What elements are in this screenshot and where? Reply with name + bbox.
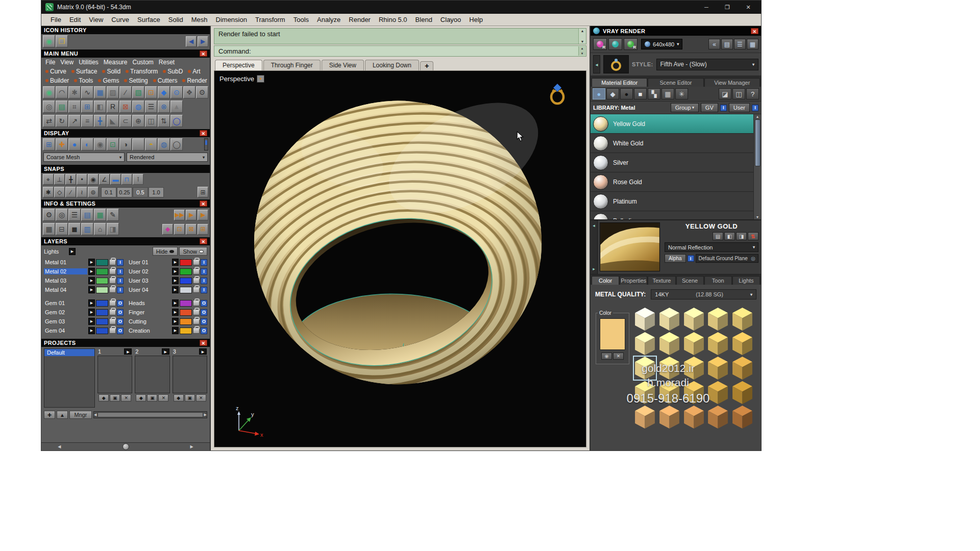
snap-increment-0-5[interactable]: 0.5 xyxy=(133,187,148,197)
project-apply-button[interactable]: ◆ xyxy=(136,394,146,402)
snap-settings-icon[interactable]: ⊞ xyxy=(198,187,208,197)
lights-expand-icon[interactable]: ▶ xyxy=(69,248,76,255)
layer-row-gem-02[interactable]: Gem 02 ▶ O xyxy=(44,308,124,316)
layer-row-user-01[interactable]: User 01 ▶ I xyxy=(128,258,207,266)
gem-report-icon[interactable]: ◆ xyxy=(162,224,173,235)
layer-current-button[interactable]: O xyxy=(117,300,124,307)
solid-box-icon[interactable]: ◼ xyxy=(68,223,81,235)
layer-lock-icon[interactable] xyxy=(193,328,200,334)
pipe-tool-icon[interactable]: ⊗ xyxy=(158,101,170,113)
move-tool-icon[interactable]: ╋ xyxy=(94,115,106,127)
layer-row-user-03[interactable]: User 03 ▶ I xyxy=(128,277,207,285)
layer-current-button[interactable]: I xyxy=(117,287,124,293)
layer-expand-icon[interactable]: ▶ xyxy=(172,268,179,275)
snap-vertex-icon[interactable]: ◇ xyxy=(54,187,65,197)
add-view-icon[interactable]: ✚ xyxy=(56,138,68,151)
layer-row-metal-01[interactable]: Metal 01 ▶ I xyxy=(44,258,124,266)
planar-toggle-icon[interactable]: ▬ xyxy=(110,174,121,185)
rows-icon[interactable]: ▥ xyxy=(81,223,93,235)
reflection-dropdown[interactable]: Normal Reflection▾ xyxy=(665,242,758,252)
menu-analyze[interactable]: Analyze xyxy=(313,15,345,24)
projects-scrollbar[interactable]: ◀▶ xyxy=(93,411,207,418)
alpha-button[interactable]: Alpha xyxy=(665,254,686,263)
menu-solid[interactable]: Solid xyxy=(164,15,187,24)
layer-color-swatch[interactable] xyxy=(180,328,192,334)
splitter-knob[interactable] xyxy=(122,443,129,450)
half-shade-icon[interactable]: ◑ xyxy=(119,138,132,151)
menu-file[interactable]: File xyxy=(46,15,65,24)
layer-row-user-02[interactable]: User 02 ▶ I xyxy=(128,267,207,276)
material-rose-gold[interactable]: Rose Gold xyxy=(591,172,753,192)
layer-current-button[interactable]: O xyxy=(117,328,124,334)
main-menu-setting[interactable]: Setting xyxy=(121,77,150,85)
box-tool-icon[interactable]: ⊞ xyxy=(81,101,93,113)
project-slot-preview[interactable] xyxy=(97,356,132,393)
style-dropdown[interactable]: Fifth Ave - (Slow)▾ xyxy=(656,59,758,70)
rewind-icon[interactable]: « xyxy=(708,39,720,49)
layer-lock-icon[interactable] xyxy=(193,318,200,324)
color-clear-icon[interactable]: ✕ xyxy=(613,353,624,360)
cage-tool-icon[interactable]: ◫ xyxy=(145,115,157,127)
ghosted-mode-icon[interactable]: ◐ xyxy=(81,138,93,151)
array-tool-icon[interactable]: ❖ xyxy=(183,86,195,98)
menu-tools[interactable]: Tools xyxy=(289,15,313,24)
panel-splitter[interactable]: ◀ ▶ xyxy=(41,442,210,450)
main-menu-close-button[interactable]: ✕ xyxy=(200,51,207,57)
home-icon[interactable]: ⌂ xyxy=(94,223,106,235)
layer-lock-icon[interactable] xyxy=(109,268,116,274)
gold-swatch-cube[interactable] xyxy=(658,332,681,356)
material-yellow-gold[interactable]: Yellow Gold xyxy=(591,114,753,134)
surface-tool-icon[interactable]: ▧ xyxy=(132,86,144,98)
project-slot-expand-icon[interactable]: ▶ xyxy=(124,348,132,355)
gold-swatch-cube[interactable] xyxy=(682,332,705,356)
layer-expand-icon[interactable]: ▶ xyxy=(172,327,179,334)
layer-current-button[interactable]: O xyxy=(201,300,207,307)
osnap-perp-icon[interactable]: ⊥ xyxy=(54,174,65,185)
scrollbar-thumb[interactable] xyxy=(755,119,761,166)
circle-tool-icon[interactable]: ◎ xyxy=(43,101,55,113)
menu-blend[interactable]: Blend xyxy=(411,15,436,24)
projects-close-button[interactable]: ✕ xyxy=(200,340,207,346)
vray-close-button[interactable]: ✕ xyxy=(751,28,758,34)
layer-row-gem-04[interactable]: Gem 04 ▶ O xyxy=(44,327,124,335)
inspect-icon[interactable]: ◎ xyxy=(56,209,68,221)
snap-increment-0-25[interactable]: 0.25 xyxy=(117,187,132,197)
project-apply-button[interactable]: ◆ xyxy=(99,394,109,402)
enamel-material-icon[interactable]: ▦ xyxy=(662,88,674,99)
spin-down-icon[interactable]: ▼ xyxy=(581,52,584,55)
matrix-menu-icon[interactable]: ◉ xyxy=(43,86,55,98)
layer-row-user-04[interactable]: User 04 ▶ I xyxy=(128,286,207,294)
gv-button[interactable]: GV xyxy=(701,103,718,112)
stats-icon[interactable]: ▦ xyxy=(94,209,106,221)
menu-surface[interactable]: Surface xyxy=(133,15,164,24)
layer-lock-icon[interactable] xyxy=(193,309,200,315)
layer-color-swatch[interactable] xyxy=(180,259,192,266)
render-button[interactable]: R xyxy=(593,38,607,50)
menu-curve[interactable]: Curve xyxy=(107,15,133,24)
info-settings-close-button[interactable]: ✕ xyxy=(200,201,207,207)
layer-expand-icon[interactable]: ▶ xyxy=(172,259,179,266)
frame-a-icon[interactable]: ⊡ xyxy=(174,224,185,235)
layer-lock-icon[interactable] xyxy=(109,300,116,306)
open-folder-icon[interactable]: ❒ xyxy=(56,35,68,47)
region-render-button[interactable]: R xyxy=(624,38,638,50)
viewport-tab-through-finger[interactable]: Through Finger xyxy=(263,60,321,70)
group-button[interactable]: Group▾ xyxy=(671,103,699,112)
layer-expand-icon[interactable]: ▶ xyxy=(88,286,95,293)
gear-icon[interactable]: ⚙ xyxy=(43,209,55,221)
layer-current-button[interactable]: O xyxy=(201,309,207,316)
expand-preview-icon[interactable]: ▸ xyxy=(593,266,595,271)
gold-swatch-cube[interactable] xyxy=(706,307,729,331)
menu-clayoo[interactable]: Clayoo xyxy=(436,15,465,24)
project-delete-button[interactable]: ✕ xyxy=(158,394,168,402)
layer-current-button[interactable]: I xyxy=(117,278,124,284)
assign-to-layer-icon[interactable]: ◫ xyxy=(732,88,745,99)
gold-swatch-cube[interactable] xyxy=(682,307,705,331)
material-white-gold[interactable]: White Gold xyxy=(591,134,753,153)
osnap-point-icon[interactable]: • xyxy=(77,174,87,185)
orbit-tool-icon[interactable]: ⊙ xyxy=(170,86,183,98)
tab-toon[interactable]: Toon xyxy=(704,276,732,285)
play-forward-icon[interactable]: ▶▶ xyxy=(174,210,185,220)
spin-up-icon[interactable]: ▲ xyxy=(581,47,584,50)
scroll-down-icon[interactable]: ▼ xyxy=(756,215,760,219)
